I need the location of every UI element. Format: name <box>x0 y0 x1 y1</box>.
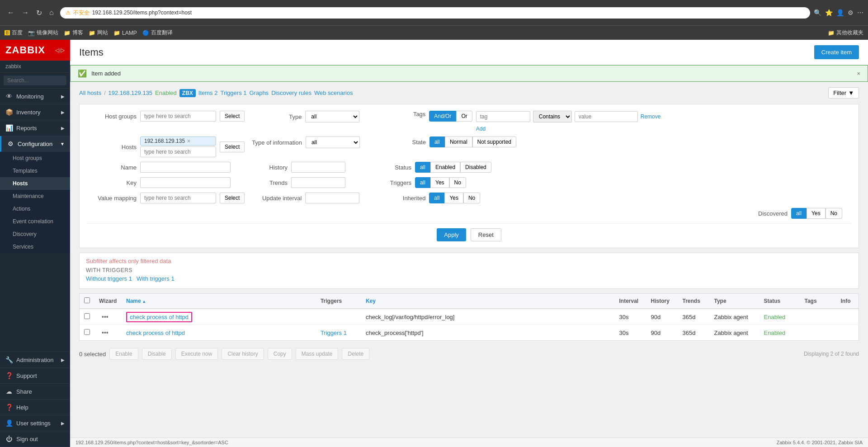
breadcrumb-web-scenarios-tab[interactable]: Web scenarios <box>314 89 353 96</box>
col-header-key[interactable]: Key <box>361 294 615 309</box>
sidebar-sub-host-groups[interactable]: Host groups <box>0 152 70 165</box>
row1-name-link[interactable]: check process of httpd <box>126 312 192 322</box>
triggers-no-button[interactable]: No <box>449 177 466 188</box>
enable-button[interactable]: Enable <box>109 348 138 360</box>
reset-button[interactable]: Reset <box>471 228 501 241</box>
inherited-yes-button[interactable]: Yes <box>444 193 463 203</box>
sidebar-search[interactable] <box>0 73 70 89</box>
state-not-supported-button[interactable]: Not supported <box>472 136 516 147</box>
bookmark-website[interactable]: 📁 网站 <box>89 29 108 37</box>
bookmark-baidu[interactable]: 🅱 百度 <box>5 29 23 37</box>
tag-name-input[interactable] <box>476 111 530 122</box>
tag-or-button[interactable]: Or <box>456 111 472 122</box>
tag-and-or-button[interactable]: And/Or <box>429 111 456 122</box>
row1-checkbox[interactable] <box>84 313 90 319</box>
sidebar-item-administration[interactable]: 🔧 Administration ▶ <box>0 352 70 368</box>
success-close-button[interactable]: × <box>857 70 860 77</box>
sidebar-sub-event-correlation[interactable]: Event correlation <box>0 215 70 228</box>
settings-icon[interactable]: ⚙ <box>848 9 854 16</box>
key-sort-link[interactable]: Key <box>366 298 376 304</box>
status-disabled-button[interactable]: Disabled <box>460 162 491 173</box>
row2-wizard-button[interactable]: ••• <box>99 328 111 337</box>
sidebar-sub-maintenance[interactable]: Maintenance <box>0 190 70 202</box>
breadcrumb-all-hosts[interactable]: All hosts <box>79 89 101 96</box>
discovered-no-button[interactable]: No <box>826 208 842 219</box>
logo-collapse-icon[interactable]: ◁ ▷ <box>55 47 65 53</box>
sidebar-sub-hosts[interactable]: Hosts <box>0 177 70 190</box>
tag-remove-link[interactable]: Remove <box>641 113 661 120</box>
disable-button[interactable]: Disable <box>142 348 172 360</box>
tag-contains-select[interactable]: Contains <box>533 111 572 122</box>
value-mapping-select-button[interactable]: Select <box>220 193 245 203</box>
breadcrumb-host[interactable]: 192.168.129.135 <box>108 89 152 96</box>
subfilter-with-triggers-link[interactable]: With triggers 1 <box>137 275 175 282</box>
breadcrumb-triggers-tab[interactable]: Triggers 1 <box>220 89 246 96</box>
other-bookmarks[interactable]: 📁 其他收藏夹 <box>828 29 863 37</box>
trends-input[interactable] <box>291 177 345 188</box>
value-mapping-input[interactable] <box>140 193 216 203</box>
type-select[interactable]: all <box>305 111 359 122</box>
history-input[interactable] <box>291 162 345 173</box>
status-all-button[interactable]: all <box>415 162 430 173</box>
bookmark-mirror[interactable]: 📷 镜像网站 <box>28 29 58 37</box>
inherited-no-button[interactable]: No <box>463 193 480 203</box>
sidebar-item-inventory[interactable]: 📦 Inventory ▶ <box>0 104 70 120</box>
mass-update-button[interactable]: Mass update <box>296 348 339 360</box>
sidebar-sub-actions[interactable]: Actions <box>0 202 70 215</box>
sidebar-sub-services[interactable]: Services <box>0 240 70 253</box>
name-input[interactable] <box>140 162 231 173</box>
sidebar-item-sign-out[interactable]: ⏻ Sign out <box>0 431 70 447</box>
bookmark-translate[interactable]: 🔵 百度翻译 <box>142 29 173 37</box>
triggers-all-button[interactable]: all <box>415 177 430 188</box>
subfilter-without-triggers-link[interactable]: Without triggers 1 <box>86 275 132 282</box>
sidebar-sub-discovery[interactable]: Discovery <box>0 228 70 240</box>
type-of-info-select[interactable]: all <box>306 136 360 148</box>
state-normal-button[interactable]: Normal <box>445 136 472 147</box>
triggers-yes-button[interactable]: Yes <box>430 177 449 188</box>
sidebar-item-support[interactable]: ❓ Support <box>0 368 70 384</box>
copy-button[interactable]: Copy <box>268 348 292 360</box>
host-groups-input[interactable] <box>140 111 216 122</box>
sidebar-item-reports[interactable]: 📊 Reports ▶ <box>0 120 70 136</box>
home-button[interactable]: ⌂ <box>47 7 57 19</box>
tag-add-link[interactable]: Add <box>476 126 486 132</box>
sidebar-search-input[interactable] <box>4 75 66 85</box>
update-interval-input[interactable] <box>305 193 359 203</box>
forward-button[interactable]: → <box>19 7 32 19</box>
filter-button[interactable]: Filter ▼ <box>828 87 859 99</box>
breadcrumb-items-tab[interactable]: Items 2 <box>198 89 218 96</box>
search-icon[interactable]: 🔍 <box>814 9 821 16</box>
execute-now-button[interactable]: Execute now <box>175 348 218 360</box>
bookmark-lamp[interactable]: 📁 LAMP <box>113 30 137 36</box>
host-tag-remove-icon[interactable]: ✕ <box>187 138 191 144</box>
key-input[interactable] <box>140 177 231 188</box>
refresh-button[interactable]: ↻ <box>33 7 45 19</box>
breadcrumb-discovery-rules-tab[interactable]: Discovery rules <box>271 89 311 96</box>
discovered-all-button[interactable]: all <box>791 208 807 219</box>
status-enabled-button[interactable]: Enabled <box>430 162 460 173</box>
discovered-yes-button[interactable]: Yes <box>807 208 826 219</box>
host-groups-select-button[interactable]: Select <box>220 111 245 122</box>
back-button[interactable]: ← <box>5 7 17 19</box>
profile-icon[interactable]: 👤 <box>836 9 844 16</box>
inherited-all-button[interactable]: all <box>429 193 444 203</box>
delete-button[interactable]: Delete <box>342 348 369 360</box>
sidebar-item-configuration[interactable]: ⚙ Configuration ▼ <box>0 136 70 152</box>
address-bar[interactable]: ⚠ 不安全 192.168.129.250/items.php?context=… <box>60 7 810 19</box>
select-all-checkbox[interactable] <box>84 297 90 303</box>
row2-checkbox[interactable] <box>84 329 90 335</box>
sidebar-item-monitoring[interactable]: 👁 Monitoring ▶ <box>0 89 70 104</box>
apply-button[interactable]: Apply <box>437 228 466 241</box>
sidebar-item-user-settings[interactable]: 👤 User settings ▶ <box>0 415 70 431</box>
hosts-select-button[interactable]: Select <box>220 141 245 152</box>
bookmark-star-icon[interactable]: ⭐ <box>825 9 833 16</box>
name-sort-link[interactable]: Name <box>126 298 146 304</box>
row2-name-link[interactable]: check process of httpd <box>126 329 185 336</box>
sidebar-sub-templates[interactable]: Templates <box>0 165 70 177</box>
tag-value-input[interactable] <box>575 111 638 122</box>
row1-wizard-button[interactable]: ••• <box>99 312 111 321</box>
row2-triggers-link[interactable]: Triggers 1 <box>321 329 347 336</box>
sidebar-item-share[interactable]: ☁ Share <box>0 384 70 400</box>
breadcrumb-graphs-tab[interactable]: Graphs <box>249 89 269 96</box>
state-all-button[interactable]: all <box>429 136 445 147</box>
